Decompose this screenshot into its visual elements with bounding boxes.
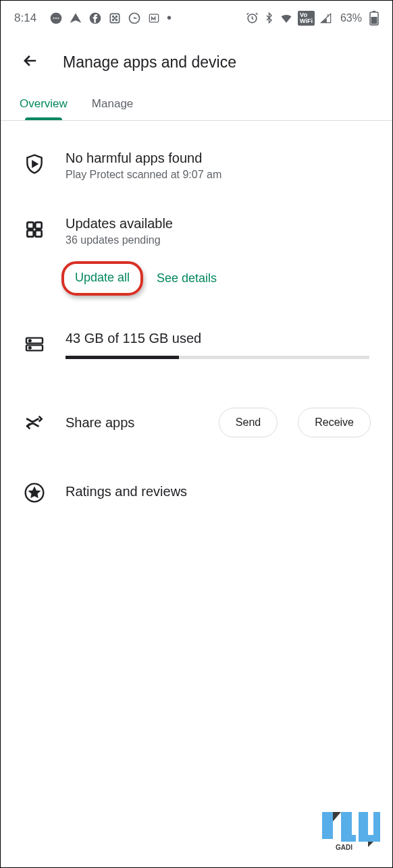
- shield-icon: [24, 153, 45, 175]
- svg-point-10: [114, 18, 115, 19]
- battery-percent: 63%: [340, 12, 362, 24]
- svg-rect-32: [373, 812, 380, 842]
- bluetooth-icon: [263, 12, 275, 24]
- storage-icon: [24, 333, 45, 355]
- content: No harmful apps found Play Protect scann…: [1, 121, 392, 512]
- back-icon[interactable]: [21, 51, 40, 73]
- status-bar: 8:14 • VoWiFi x 63%: [1, 1, 392, 31]
- svg-point-9: [116, 19, 117, 20]
- protect-sub: Play Protect scanned at 9:07 am: [66, 169, 371, 181]
- svg-rect-21: [35, 230, 41, 236]
- svg-rect-19: [35, 222, 41, 228]
- send-button[interactable]: Send: [219, 408, 278, 437]
- svg-point-24: [29, 340, 31, 342]
- storage-bar: [66, 356, 369, 359]
- svg-rect-20: [27, 230, 33, 236]
- svg-rect-17: [371, 17, 377, 24]
- tab-manage[interactable]: Manage: [92, 97, 133, 120]
- status-left: 8:14 •: [14, 10, 172, 26]
- svg-rect-18: [27, 222, 33, 228]
- svg-rect-16: [373, 11, 375, 12]
- svg-point-6: [113, 16, 114, 17]
- status-right: VoWiFi x 63%: [246, 11, 379, 26]
- signal-icon: x: [319, 11, 333, 25]
- svg-rect-28: [341, 812, 352, 835]
- tabs: Overview Manage: [1, 89, 392, 121]
- reviews-title: Ratings and reviews: [66, 484, 187, 499]
- star-circle-icon: [24, 482, 45, 504]
- svg-point-25: [29, 347, 31, 349]
- chat-icon: [49, 11, 63, 25]
- reviews-section[interactable]: Ratings and reviews: [1, 445, 392, 512]
- storage-label: 43 GB of 115 GB used: [66, 331, 369, 346]
- svg-point-7: [116, 16, 117, 17]
- updates-section: Updates available 36 updates pending Upd…: [1, 189, 392, 304]
- storage-section[interactable]: 43 GB of 115 GB used: [1, 304, 392, 367]
- svg-point-1: [53, 18, 55, 19]
- storage-fill: [66, 356, 179, 359]
- protect-title: No harmful apps found: [66, 151, 371, 166]
- alarm-icon: [246, 11, 259, 24]
- apps-icon: [24, 219, 45, 240]
- svg-point-8: [113, 19, 114, 20]
- wifi-icon: [280, 11, 293, 25]
- svg-text:GADI: GADI: [336, 844, 352, 851]
- watermark-logo: GADI: [321, 808, 383, 851]
- update-all-highlight: Update all: [61, 261, 143, 296]
- update-all-button[interactable]: Update all: [75, 271, 130, 284]
- facebook-icon: [88, 11, 102, 25]
- google-icon: [128, 11, 141, 25]
- svg-rect-29: [341, 835, 356, 842]
- vowifi-badge: VoWiFi: [298, 11, 315, 26]
- svg-point-2: [55, 18, 57, 19]
- updates-sub: 36 updates pending: [66, 234, 371, 246]
- updates-title: Updates available: [66, 216, 371, 232]
- grid-app-icon: [108, 11, 122, 25]
- see-details-button[interactable]: See details: [157, 271, 217, 286]
- receive-button[interactable]: Receive: [298, 408, 371, 437]
- svg-rect-30: [359, 812, 368, 842]
- share-section: Share apps Send Receive: [1, 367, 392, 445]
- tab-overview[interactable]: Overview: [20, 97, 68, 120]
- share-icon: [24, 412, 45, 433]
- share-title: Share apps: [66, 415, 199, 431]
- header: Manage apps and device: [1, 31, 392, 89]
- triangle-icon: [69, 11, 82, 25]
- svg-point-3: [57, 18, 59, 19]
- play-protect-section[interactable]: No harmful apps found Play Protect scann…: [1, 121, 392, 189]
- dot-icon: •: [167, 10, 172, 26]
- m-app-icon: [147, 11, 161, 25]
- status-time: 8:14: [14, 11, 36, 25]
- svg-rect-27: [322, 812, 333, 839]
- page-title: Manage apps and device: [63, 53, 236, 72]
- battery-icon: [369, 11, 379, 26]
